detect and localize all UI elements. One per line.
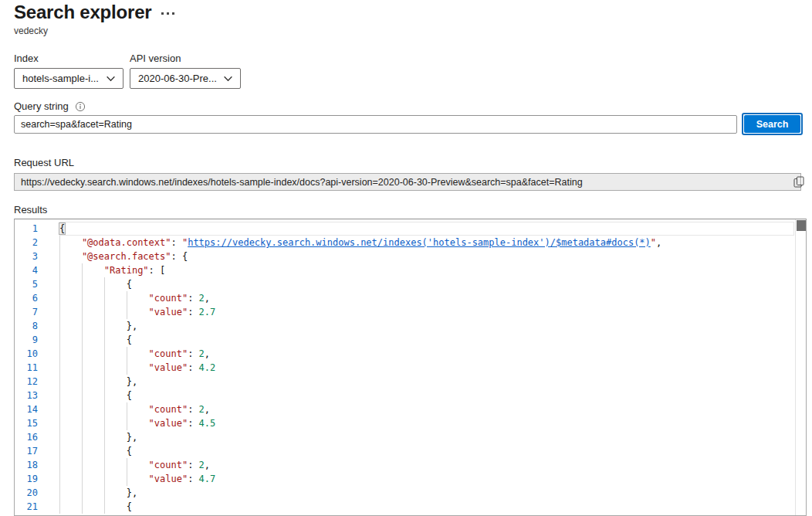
results-code: 1{2 "@odata.context": "https://vedecky.s…: [15, 219, 806, 514]
code-content: {: [59, 222, 794, 236]
chevron-down-icon: [106, 73, 116, 83]
code-content: "count": 2,: [59, 402, 794, 416]
code-token-punc: ,: [205, 404, 210, 415]
code-line: 15 "value": 4.5: [15, 416, 806, 430]
copy-icon[interactable]: [793, 176, 804, 188]
code-line: 3 "@search.facets": {: [15, 250, 806, 263]
indent-guide: [59, 263, 82, 277]
code-token-punc: :: [188, 293, 198, 304]
line-number: 7: [15, 305, 59, 319]
code-content: "Rating": [: [59, 263, 794, 277]
more-options-icon[interactable]: [161, 12, 174, 15]
indent-guide: [59, 389, 82, 402]
query-string-input[interactable]: [14, 115, 737, 134]
api-version-dropdown-value: 2020-06-30-Pre...: [138, 73, 217, 84]
code-line: 4 "Rating": [: [15, 263, 806, 277]
indent-guide: [82, 416, 104, 430]
code-content: {: [59, 333, 794, 347]
search-button-focus-ring: Search: [742, 113, 803, 135]
code-content: {: [59, 444, 794, 458]
code-token-punc: {: [127, 501, 132, 512]
code-content: {: [59, 500, 794, 514]
code-token-str: ": [651, 237, 656, 248]
indent-guide: [59, 430, 82, 444]
code-content: "count": 2,: [59, 347, 794, 361]
code-token-key: "value": [149, 474, 188, 484]
request-url-field: https://vedecky.search.windows.net/index…: [14, 173, 801, 191]
code-token-key: "@odata.context": [82, 237, 171, 248]
code-content: },: [59, 430, 794, 444]
line-number: 8: [15, 319, 59, 333]
results-editor[interactable]: 1{2 "@odata.context": "https://vedecky.s…: [14, 219, 807, 516]
line-number: 14: [15, 402, 59, 416]
code-token-punc: ,: [205, 460, 210, 470]
indent-guide: [59, 250, 82, 263]
indent-guide: [104, 291, 127, 305]
code-line: 9 {: [15, 333, 806, 347]
indent-guide: [104, 458, 127, 472]
code-line: 1{: [15, 222, 806, 236]
indent-guide: [82, 486, 104, 500]
code-token-punc: },: [127, 432, 137, 443]
indent-guide: [127, 402, 149, 416]
indent-guide: [104, 305, 127, 319]
resource-name: vedecky: [14, 25, 48, 36]
code-token-num: 4.7: [199, 474, 216, 484]
indent-guide: [127, 472, 149, 486]
line-number: 5: [15, 277, 59, 291]
indent-guide: [82, 319, 104, 333]
editor-scrollbar[interactable]: [795, 219, 806, 515]
code-token-punc: :: [188, 460, 198, 470]
indent-guide: [59, 347, 82, 361]
query-string-label: Query string: [14, 100, 69, 112]
indent-guide: [104, 500, 127, 514]
indent-guide: [59, 333, 82, 347]
code-token-punc: :: [188, 474, 198, 484]
code-token-key: "value": [149, 307, 188, 317]
indent-guide: [82, 389, 104, 402]
indent-guide: [104, 444, 127, 458]
code-token-key: "value": [149, 418, 188, 429]
code-content: "count": 2,: [59, 458, 794, 472]
indent-guide: [127, 305, 149, 319]
indent-guide: [104, 430, 127, 444]
code-token-key: "count": [149, 404, 188, 415]
indent-guide: [59, 444, 82, 458]
code-token-num: 2: [199, 348, 205, 359]
line-number: 6: [15, 291, 59, 305]
indent-guide: [82, 263, 104, 277]
line-number: 10: [15, 347, 59, 361]
api-version-dropdown[interactable]: 2020-06-30-Pre...: [130, 68, 241, 89]
indent-guide: [104, 402, 127, 416]
line-number: 2: [15, 236, 59, 250]
code-content: {: [59, 277, 794, 291]
indent-guide: [82, 458, 104, 472]
code-token-num: 2: [199, 460, 205, 470]
indent-guide: [82, 500, 104, 514]
indent-guide: [82, 347, 104, 361]
code-line: 11 "value": 4.2: [15, 361, 806, 375]
indent-guide: [104, 486, 127, 500]
code-content: "@search.facets": {: [59, 250, 794, 263]
code-content: "value": 4.2: [59, 361, 794, 375]
indent-guide: [59, 375, 82, 389]
code-line: 12 },: [15, 375, 806, 389]
code-token-punc: : [: [149, 265, 166, 276]
indent-guide: [104, 347, 127, 361]
code-token-key: "value": [149, 362, 188, 373]
line-number: 13: [15, 389, 59, 402]
code-line: 17 {: [15, 444, 806, 458]
info-icon[interactable]: [75, 101, 86, 112]
index-dropdown[interactable]: hotels-sample-i...: [14, 68, 123, 89]
index-label: Index: [14, 53, 39, 64]
indent-guide: [82, 375, 104, 389]
search-button[interactable]: Search: [744, 115, 800, 133]
indent-guide: [127, 347, 149, 361]
code-content: {: [59, 389, 794, 402]
code-token-link: https://vedecky.search.windows.net/index…: [188, 237, 651, 248]
scrollbar-thumb[interactable]: [797, 220, 806, 231]
indent-guide: [104, 389, 127, 402]
indent-guide: [127, 291, 149, 305]
request-url-label: Request URL: [14, 157, 74, 168]
indent-guide: [104, 416, 127, 430]
